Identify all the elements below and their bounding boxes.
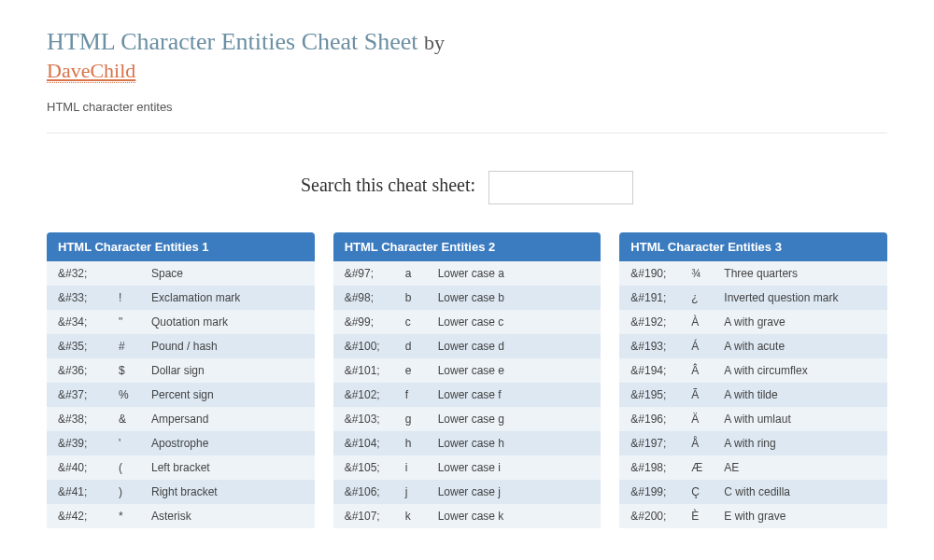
table-row: &#102;fLower case f [333, 383, 601, 407]
entity-description: Right bracket [151, 485, 304, 498]
entity-code: &#195; [630, 388, 691, 401]
rows-container: &#32; Space&#33;!Exclamation mark&#34;"Q… [47, 261, 315, 528]
entity-description: E with grave [724, 510, 876, 523]
entity-code: &#32; [58, 267, 119, 280]
search-area: Search this cheat sheet: [47, 171, 887, 204]
table-row: &#99;cLower case c [333, 310, 601, 334]
table-row: &#191;¿Inverted question mark [619, 286, 887, 310]
table-row: &#196;ÄA with umlaut [619, 407, 887, 431]
entity-char: Á [691, 340, 724, 353]
entity-description: Apostrophe [151, 437, 304, 450]
entity-char: k [405, 510, 438, 523]
table-row: &#40;(Left bracket [47, 455, 315, 480]
entity-char: * [119, 510, 151, 523]
entity-description: Lower case g [438, 413, 590, 426]
entity-char: Â [691, 364, 724, 377]
entity-char: " [119, 315, 151, 329]
entity-code: &#105; [345, 461, 405, 474]
entity-description: Lower case k [438, 510, 590, 523]
search-input[interactable] [488, 171, 633, 204]
entity-code: &#97; [345, 267, 405, 280]
entity-char: Ã [691, 388, 724, 401]
table-row: &#104;hLower case h [333, 431, 601, 455]
entity-code: &#200; [630, 510, 691, 523]
entity-description: Lower case d [438, 340, 590, 353]
entity-char: Ç [691, 485, 724, 498]
entity-char: f [405, 388, 438, 401]
table-row: &#192;ÀA with grave [619, 310, 887, 334]
entity-description: Exclamation mark [151, 291, 304, 304]
table-row: &#103;gLower case g [333, 407, 601, 431]
entity-char: % [119, 388, 151, 401]
entity-description: Lower case b [438, 291, 590, 304]
entity-description: Space [151, 267, 304, 280]
entity-code: &#99; [345, 315, 405, 329]
entity-code: &#193; [630, 340, 691, 353]
entity-char: a [405, 267, 438, 280]
entity-char: ¾ [691, 267, 724, 280]
entity-block-2: HTML Character Entities 2 &#97;aLower ca… [333, 232, 601, 528]
subtitle: HTML character entites [47, 100, 887, 114]
table-row: &#37;%Percent sign [47, 383, 315, 407]
block-header: HTML Character Entities 3 [619, 232, 887, 261]
table-row: &#36;$Dollar sign [47, 358, 315, 383]
entity-char: $ [119, 364, 151, 377]
entity-description: A with ring [724, 437, 876, 450]
table-row: &#105;iLower case i [333, 455, 601, 480]
table-row: &#200;ÈE with grave [619, 504, 887, 528]
entity-description: Lower case a [438, 267, 590, 280]
entity-char: Ä [691, 413, 724, 426]
entity-code: &#107; [345, 510, 405, 523]
table-row: &#195;ÃA with tilde [619, 383, 887, 407]
entity-char: i [405, 461, 438, 474]
entity-description: Lower case h [438, 437, 590, 450]
table-row: &#34;"Quotation mark [47, 310, 315, 334]
entity-description: Three quarters [724, 267, 876, 280]
entity-description: Lower case f [438, 388, 590, 401]
entity-char: È [691, 510, 724, 523]
table-row: &#106;jLower case j [333, 480, 601, 504]
rows-container: &#190;¾Three quarters&#191;¿Inverted que… [619, 261, 887, 528]
table-row: &#33;!Exclamation mark [47, 286, 315, 310]
entity-description: A with grave [724, 315, 876, 329]
entity-code: &#106; [345, 485, 405, 498]
entity-code: &#42; [58, 510, 119, 523]
entity-description: Percent sign [151, 388, 304, 401]
search-label: Search this cheat sheet: [301, 175, 475, 195]
entity-char: Å [691, 437, 724, 450]
entity-code: &#37; [58, 388, 119, 401]
entity-char: # [119, 340, 151, 353]
entity-char: e [405, 364, 438, 377]
entity-code: &#191; [630, 291, 691, 304]
entity-description: Lower case j [438, 485, 590, 498]
table-row: &#194;ÂA with circumflex [619, 358, 887, 383]
table-row: &#100;dLower case d [333, 334, 601, 358]
entity-code: &#35; [58, 340, 119, 353]
entity-code: &#100; [345, 340, 405, 353]
block-header: HTML Character Entities 2 [333, 232, 601, 261]
table-row: &#97;aLower case a [333, 261, 601, 286]
entity-char: & [119, 413, 151, 426]
entity-description: Lower case i [438, 461, 590, 474]
entity-description: A with circumflex [724, 364, 876, 377]
table-row: &#193;ÁA with acute [619, 334, 887, 358]
author-link[interactable]: DaveChild [47, 60, 135, 83]
entity-code: &#34; [58, 315, 119, 329]
entity-char: c [405, 315, 438, 329]
entity-char: ( [119, 461, 151, 474]
entity-char: ¿ [691, 291, 724, 304]
entity-char [119, 267, 151, 280]
page-header: HTML Character Entities Cheat Sheet by D… [47, 28, 887, 133]
entity-description: C with cedilla [724, 485, 876, 498]
page-title: HTML Character Entities Cheat Sheet [47, 28, 418, 55]
entity-char: h [405, 437, 438, 450]
entity-char: b [405, 291, 438, 304]
entity-char: ) [119, 485, 151, 498]
entity-code: &#194; [630, 364, 691, 377]
entity-description: Quotation mark [151, 315, 304, 329]
entity-description: A with umlaut [724, 413, 876, 426]
entity-code: &#39; [58, 437, 119, 450]
entity-char: ! [119, 291, 151, 304]
entity-block-3: HTML Character Entities 3 &#190;¾Three q… [619, 232, 887, 528]
table-row: &#39;'Apostrophe [47, 431, 315, 455]
